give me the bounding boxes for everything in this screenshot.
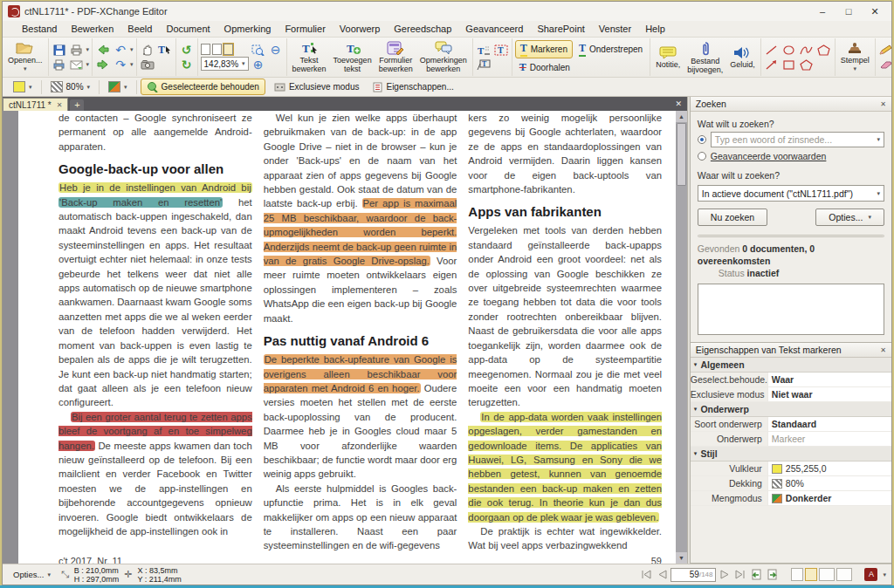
advanced-radio[interactable]: [698, 152, 706, 161]
rotate-ccw-icon[interactable]: ↺: [179, 44, 195, 57]
single-page-layout-icon[interactable]: [791, 568, 803, 581]
fit-page-icon[interactable]: [201, 44, 210, 55]
note-button[interactable]: Notitie,: [653, 45, 683, 70]
search-input[interactable]: Typ een woord of zinsnede... ▾: [711, 132, 884, 147]
tabbar-close-icon[interactable]: ✕: [670, 99, 687, 108]
undo-caret-icon[interactable]: ▾: [130, 46, 134, 53]
menu-beeld[interactable]: Beeld: [120, 22, 159, 36]
edit-form-button[interactable]: Formulier bewerken: [376, 40, 416, 74]
select-text-icon[interactable]: T: [157, 44, 173, 57]
highlight-text-button[interactable]: T Markeren: [515, 40, 573, 58]
highlight-annotation-yellow[interactable]: In de app-data worden vaak instellingen …: [468, 412, 662, 523]
document-tab[interactable]: ctNL1711 * ✕: [3, 98, 68, 111]
properties-panel-close-icon[interactable]: ✕: [880, 346, 886, 354]
new-tab-button[interactable]: +: [70, 99, 84, 111]
highlight-annotation-yellow[interactable]: Heb je in de instellingen van Android bi…: [58, 182, 252, 193]
pencil-icon[interactable]: [878, 44, 891, 57]
zoom-level-combo[interactable]: 142,83% ▾: [201, 57, 249, 71]
save-icon[interactable]: [52, 44, 67, 57]
last-page-icon[interactable]: [733, 569, 747, 581]
prop-section-stijl[interactable]: ▾Stijl: [691, 447, 891, 462]
ellipse-shape-icon[interactable]: [781, 44, 797, 57]
previous-view-history-icon[interactable]: [749, 569, 763, 581]
vertical-scrollbar[interactable]: ▲ ▼: [676, 111, 687, 564]
keep-selected-button[interactable]: Geselecteerde behouden: [141, 79, 265, 95]
search-text-radio[interactable]: [698, 135, 706, 144]
callout-icon[interactable]: T: [476, 58, 492, 72]
undo-icon[interactable]: ↶: [113, 44, 128, 57]
strikeout-text-button[interactable]: T Doorhalen: [515, 60, 574, 75]
menu-gereedschap[interactable]: Gereedschap: [387, 22, 458, 36]
prop-value[interactable]: 80%: [767, 476, 891, 490]
first-page-icon[interactable]: [639, 569, 653, 581]
menu-opmerking[interactable]: Opmerking: [217, 22, 279, 36]
prop-row[interactable]: Dekking80%: [691, 476, 891, 491]
print-color-icon[interactable]: [52, 58, 67, 72]
rectangle-shape-icon[interactable]: [781, 58, 797, 72]
sound-button[interactable]: Geluid,: [727, 45, 758, 70]
attach-file-button[interactable]: Bestand bijvoegen,: [684, 40, 726, 75]
rotate-cw-icon[interactable]: ↻: [179, 58, 195, 72]
opacity-combo[interactable]: 80% ▾: [45, 79, 96, 94]
search-scope-combo[interactable]: In actieve document ("ctNL1711.pdf") ▾: [698, 185, 884, 202]
polyline-shape-icon[interactable]: [799, 44, 815, 57]
edit-comments-button[interactable]: Opmerkingen bewerken: [417, 40, 470, 74]
print-caret-icon[interactable]: ▾: [86, 46, 90, 53]
scroll-up-icon[interactable]: ▲: [676, 111, 687, 122]
email-icon[interactable]: [69, 58, 85, 72]
underline-text-button[interactable]: T Onderstrepen: [574, 41, 647, 58]
maximize-icon[interactable]: □: [836, 6, 862, 17]
typewriter-icon[interactable]: T: [476, 44, 492, 57]
prop-row[interactable]: OnderwerpMarkeer: [691, 432, 891, 447]
scrollbar-thumb[interactable]: [677, 123, 686, 186]
open-button[interactable]: Openen... ▾: [5, 40, 45, 74]
prop-row[interactable]: Vulkleur255,255,0: [691, 462, 891, 476]
grid-layout-icon[interactable]: [836, 568, 852, 581]
menu-voorwerp[interactable]: Voorwerp: [333, 22, 387, 36]
eraser-icon[interactable]: [878, 58, 891, 72]
fit-width-icon[interactable]: [224, 44, 233, 55]
prop-value[interactable]: Waar: [767, 373, 891, 386]
search-now-button[interactable]: Nu zoeken: [698, 209, 767, 226]
page-number-field[interactable]: 59 /148: [670, 568, 716, 582]
prop-value[interactable]: Standaard: [767, 417, 891, 431]
pentagon-shape-icon[interactable]: [799, 58, 815, 72]
section-collapse-icon[interactable]: ▾: [694, 450, 698, 457]
menu-bewerken[interactable]: Bewerken: [64, 22, 120, 36]
prop-section-algemeen[interactable]: ▾Algemeen: [691, 358, 891, 373]
adobe-pdf-icon[interactable]: [864, 568, 877, 581]
snapshot-icon[interactable]: [140, 58, 155, 72]
exclusive-mode-button[interactable]: Exclusieve modus: [269, 80, 365, 93]
hand-tool-icon[interactable]: [140, 44, 155, 57]
section-collapse-icon[interactable]: ▾: [694, 406, 698, 413]
edit-text-button[interactable]: T Tekst bewerken: [290, 40, 329, 74]
blend-mode-button[interactable]: ▾: [103, 79, 133, 94]
section-collapse-icon[interactable]: ▾: [694, 361, 698, 368]
search-results-list[interactable]: [698, 284, 884, 335]
highlight-annotation-teal[interactable]: 'Back-up maken en resetten': [58, 197, 223, 208]
prop-value[interactable]: Donkerder: [767, 491, 891, 505]
zoom-out-icon[interactable]: ⊖: [268, 44, 284, 57]
menu-bestand[interactable]: Bestand: [15, 22, 64, 36]
next-view-icon[interactable]: [95, 58, 111, 72]
minimize-icon[interactable]: –: [809, 6, 836, 17]
print-icon[interactable]: [69, 44, 85, 57]
next-page-icon[interactable]: [718, 569, 732, 581]
next-view-history-icon[interactable]: [765, 569, 779, 581]
arrow-shape-icon[interactable]: [764, 58, 780, 72]
search-options-button[interactable]: Opties... ▾: [815, 209, 884, 226]
prop-row[interactable]: MengmodusDonkerder: [691, 491, 891, 506]
search-panel-close-icon[interactable]: ✕: [880, 100, 886, 108]
scroll-down-icon[interactable]: ▼: [676, 552, 687, 564]
continuous-layout-icon[interactable]: [805, 568, 817, 581]
menu-sharepoint[interactable]: SharePoint: [530, 22, 591, 36]
previous-view-icon[interactable]: [95, 44, 111, 57]
text-box-icon[interactable]: T: [493, 44, 509, 57]
menu-venster[interactable]: Venster: [592, 22, 638, 36]
advanced-conditions-link[interactable]: Geavanceerde voorwaarden: [711, 151, 827, 161]
zoom-area-icon[interactable]: [251, 44, 266, 57]
prop-value[interactable]: Niet waar: [767, 387, 891, 401]
fit-visible-icon[interactable]: [212, 44, 222, 55]
line-shape-icon[interactable]: [764, 44, 780, 57]
fill-color-button[interactable]: ▾: [8, 79, 38, 94]
